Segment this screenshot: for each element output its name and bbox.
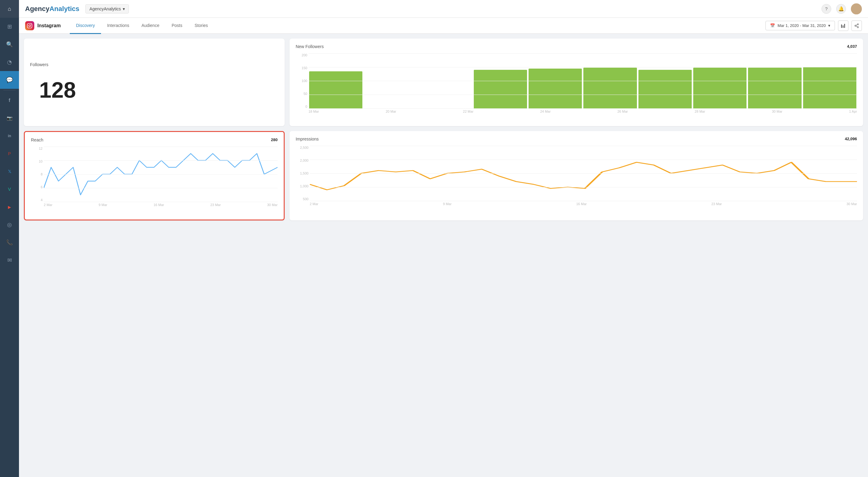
platform-name: Instagram [37, 23, 61, 28]
top-nav: AgencyAnalytics AgencyAnalytics ▾ ? 🔔 [19, 0, 868, 18]
bar-1 [309, 71, 362, 109]
tab-audience[interactable]: Audience [135, 18, 165, 34]
y-label-200: 200 [296, 53, 307, 57]
sidebar-email-icon[interactable]: ✉ [0, 251, 19, 269]
tab-interactions[interactable]: Interactions [101, 18, 135, 34]
sidebar-youtube-icon[interactable]: ▶ [0, 198, 19, 216]
notifications-icon-button[interactable]: 🔔 [836, 4, 846, 14]
sidebar-pie-chart-icon[interactable]: ◔ [0, 53, 19, 71]
main-wrapper: AgencyAnalytics AgencyAnalytics ▾ ? 🔔 In… [19, 0, 868, 477]
sidebar-search-icon[interactable]: 🔍 [0, 35, 19, 53]
x-label-22mar: 22 Mar [463, 110, 473, 113]
impressions-card: Impressions 42,096 2,500 2,000 1,500 1,0… [289, 131, 863, 220]
logo-agency: Agency [25, 5, 49, 12]
reach-y-4: 4 [31, 198, 42, 202]
sidebar-linkedin-icon[interactable]: in [0, 127, 19, 145]
reach-x-2mar: 2 Mar [44, 203, 52, 207]
imp-y-1500: 1,500 [296, 172, 309, 175]
user-avatar[interactable] [851, 3, 862, 14]
x-label-26mar: 26 Mar [617, 110, 628, 113]
sub-nav: Instagram Discovery Interactions Audienc… [19, 18, 868, 34]
impressions-chart: 2,500 2,000 1,500 1,000 500 [296, 146, 857, 213]
sidebar-vimeo-icon[interactable]: V [0, 180, 19, 198]
tab-discovery[interactable]: Discovery [70, 18, 101, 34]
bar-10 [803, 67, 856, 109]
sidebar-facebook-icon[interactable]: f [0, 92, 19, 109]
sidebar-chat-icon[interactable]: 💬 [0, 71, 19, 89]
date-picker-button[interactable]: 📅 Mar 1, 2020 - Mar 31, 2020 ▾ [766, 21, 835, 30]
tab-discovery-label: Discovery [76, 23, 95, 28]
new-followers-header: New Followers 4,037 [296, 44, 857, 50]
logo-analytics: Analytics [49, 5, 79, 12]
sidebar-twitter-icon[interactable]: 𝕏 [0, 162, 19, 180]
bar-9 [748, 68, 801, 109]
y-label-150: 150 [296, 66, 307, 70]
sub-nav-tabs: Discovery Interactions Audience Posts St… [70, 18, 766, 34]
dashboard: Followers 128 New Followers 4,037 200 15… [19, 34, 868, 477]
impressions-header: Impressions 42,096 [296, 137, 857, 143]
tab-posts[interactable]: Posts [165, 18, 189, 34]
impressions-total: 42,096 [845, 137, 857, 141]
dashboard-grid: Followers 128 New Followers 4,037 200 15… [24, 38, 863, 220]
imp-x-30mar: 30 Mar [846, 202, 857, 206]
platform-label: Instagram [25, 21, 61, 30]
calendar-icon: 📅 [770, 23, 775, 28]
reach-title: Reach [31, 138, 43, 142]
y-label-0: 0 [296, 105, 307, 109]
bar-8 [693, 68, 746, 109]
sidebar-instagram-icon[interactable]: 📷 [0, 109, 19, 127]
sidebar-phone-icon[interactable]: 📞 [0, 234, 19, 251]
bar-4 [474, 70, 527, 109]
sidebar-grid-icon[interactable]: ⊞ [0, 18, 19, 35]
x-label-18mar: 18 Mar [309, 110, 319, 113]
svg-rect-2 [28, 23, 32, 28]
chart-view-button[interactable] [838, 21, 848, 31]
new-followers-total: 4,037 [847, 44, 857, 49]
tab-stories[interactable]: Stories [189, 18, 214, 34]
x-label-1apr: 1 Apr [849, 110, 857, 113]
impressions-title: Impressions [296, 137, 319, 142]
svg-point-0 [854, 5, 859, 10]
sub-nav-right: 📅 Mar 1, 2020 - Mar 31, 2020 ▾ [766, 21, 862, 31]
date-range-label: Mar 1, 2020 - Mar 31, 2020 [777, 23, 826, 28]
agency-selector-button[interactable]: AgencyAnalytics ▾ [85, 4, 129, 13]
reach-y-6: 6 [31, 185, 42, 189]
bar-6 [583, 68, 637, 109]
svg-rect-6 [844, 24, 845, 28]
imp-y-500: 500 [296, 197, 309, 201]
sidebar-home-icon[interactable]: ⌂ [0, 0, 19, 18]
x-label-24mar: 24 Mar [540, 110, 551, 113]
bar-7 [639, 70, 692, 109]
imp-x-9mar: 9 Mar [443, 202, 452, 206]
tab-stories-label: Stories [195, 23, 208, 28]
agency-selector-label: AgencyAnalytics [89, 6, 121, 11]
svg-rect-4 [841, 25, 842, 28]
reach-x-23mar: 23 Mar [210, 203, 221, 207]
bar-5 [529, 68, 582, 109]
new-followers-title: New Followers [296, 44, 324, 49]
sidebar-pinterest-icon[interactable]: P [0, 145, 19, 162]
reach-y-8: 8 [31, 172, 42, 176]
reach-chart: 12 10 8 6 4 [31, 147, 278, 214]
followers-value: 128 [39, 78, 76, 102]
help-icon-button[interactable]: ? [822, 4, 831, 14]
icon-sidebar: ⌂ ⊞ 🔍 ◔ 💬 f 📷 in P 𝕏 V ▶ ◎ 📞 ✉ [0, 0, 19, 477]
top-nav-right: ? 🔔 [822, 3, 862, 14]
svg-line-11 [856, 25, 858, 25]
x-label-28mar: 28 Mar [695, 110, 705, 113]
app-logo: AgencyAnalytics [25, 5, 79, 13]
reach-y-12: 12 [31, 147, 42, 150]
x-label-30mar: 30 Mar [772, 110, 782, 113]
chevron-down-icon: ▾ [828, 23, 830, 28]
tab-interactions-label: Interactions [107, 23, 129, 28]
chevron-down-icon: ▾ [123, 6, 125, 11]
reach-x-9mar: 9 Mar [98, 203, 107, 207]
svg-rect-5 [843, 25, 843, 28]
reach-total: 280 [271, 138, 278, 142]
sidebar-review-icon[interactable]: ◎ [0, 216, 19, 234]
x-label-20mar: 20 Mar [385, 110, 396, 113]
imp-x-16mar: 16 Mar [576, 202, 587, 206]
imp-x-23mar: 23 Mar [711, 202, 722, 206]
new-followers-card: New Followers 4,037 200 150 100 50 0 [289, 38, 863, 126]
share-button[interactable] [851, 21, 862, 31]
